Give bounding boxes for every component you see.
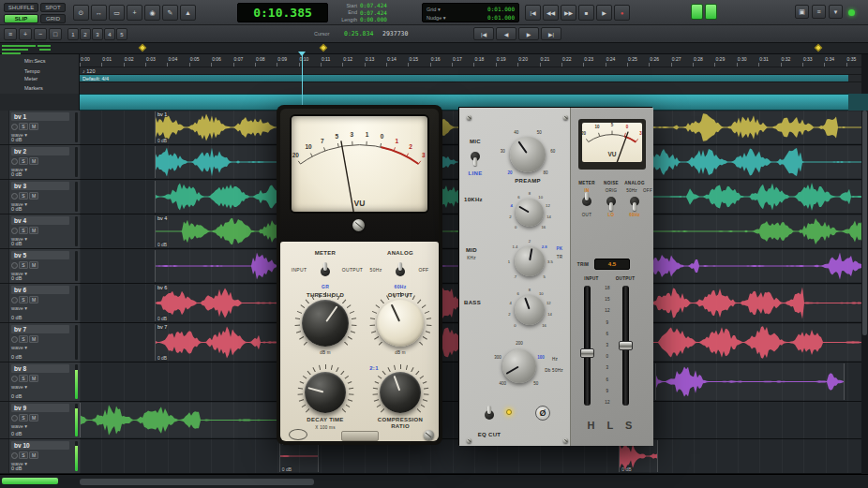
return-to-zero-button[interactable]: |◀ [525, 5, 541, 21]
meter-in-out-toggle[interactable] [580, 192, 593, 211]
lf-cut-knob[interactable] [502, 349, 536, 383]
markers-ruler[interactable] [80, 82, 868, 94]
vertical-scrollbar[interactable] [861, 54, 868, 474]
marker-diamond[interactable] [139, 44, 146, 52]
track-grip[interactable] [0, 180, 9, 214]
mute-button[interactable]: M [29, 157, 38, 165]
track-view-selector[interactable]: wave ▾ [11, 345, 27, 350]
solo-button[interactable]: S [19, 123, 28, 130]
mute-button[interactable]: M [29, 261, 38, 269]
record-arm-button[interactable] [11, 158, 18, 165]
track-volume[interactable]: 0 dB [11, 241, 22, 246]
audio-clip[interactable] [655, 363, 845, 400]
track-name[interactable]: bv 2 [11, 147, 69, 155]
decay-time-knob[interactable] [305, 372, 346, 413]
grabber-tool[interactable]: + [127, 5, 142, 21]
track-name[interactable]: bv 10 [11, 441, 69, 450]
record-arm-button[interactable] [11, 297, 18, 303]
analog-hum-toggle[interactable] [394, 262, 407, 281]
mute-button[interactable]: M [29, 192, 38, 200]
preamp-knob[interactable] [510, 137, 546, 172]
fader-cap[interactable] [580, 348, 594, 358]
track-grip[interactable] [0, 249, 9, 283]
track-grip[interactable] [0, 439, 9, 473]
output-knob[interactable] [377, 300, 424, 347]
track-grip[interactable] [0, 284, 9, 322]
track-grip[interactable] [0, 145, 9, 179]
mute-button[interactable]: M [29, 123, 38, 130]
solo-button[interactable]: S [19, 296, 28, 303]
grid-value[interactable]: 0:01.000 [487, 6, 515, 12]
record-arm-button[interactable] [11, 262, 18, 269]
universe-strip[interactable] [0, 43, 868, 54]
rulers[interactable]: 0:000:010:020:030:040:050:060:070:080:09… [80, 54, 868, 94]
record-arm-button[interactable] [11, 415, 18, 421]
mute-button[interactable]: M [29, 227, 38, 234]
hf-boost-knob[interactable] [516, 199, 544, 227]
track-grip[interactable] [0, 362, 9, 401]
zoom-preset-4[interactable]: 4 [104, 28, 115, 40]
track-volume[interactable]: 0 dB [11, 393, 22, 399]
window-layout-button[interactable]: ▣ [795, 5, 809, 19]
solo-button[interactable]: S [19, 192, 28, 200]
selector-tool[interactable]: ▭ [109, 5, 125, 21]
mute-button[interactable]: M [29, 414, 38, 421]
record-arm-button[interactable] [11, 336, 18, 343]
mode-slip[interactable]: SLIP [4, 14, 38, 23]
track-grip[interactable] [0, 323, 9, 362]
solo-button[interactable]: S [19, 335, 28, 343]
record-button[interactable]: ● [614, 5, 630, 21]
track-volume[interactable]: 0 dB [11, 315, 22, 320]
zoom-in-button[interactable]: + [19, 28, 32, 40]
track-grip[interactable] [0, 402, 9, 438]
marker-diamond[interactable] [815, 44, 822, 52]
trim-value[interactable]: 4.5 [594, 259, 630, 270]
options-dropdown[interactable]: ▾ [829, 5, 843, 19]
horizontal-scrollbar[interactable] [80, 479, 314, 485]
zoom-out-button[interactable]: − [34, 28, 47, 40]
mute-button[interactable]: M [29, 451, 38, 459]
prev-region-button[interactable]: ◀ [496, 27, 516, 40]
scrub-tool[interactable]: ◉ [144, 5, 160, 21]
analog-hum-toggle-hls[interactable] [628, 192, 641, 211]
minsec-ruler[interactable]: 0:000:010:020:030:040:050:060:070:080:09… [80, 54, 868, 67]
track-volume[interactable]: 0 dB [11, 137, 22, 142]
waveform-zoom-button[interactable]: □ [49, 28, 62, 40]
zoom-preset-3[interactable]: 3 [92, 28, 103, 40]
ruler-name-meter[interactable]: Meter [0, 75, 80, 82]
menu-button[interactable]: ≡ [812, 5, 826, 19]
audio-clip[interactable]: bv 100 dB [279, 440, 319, 472]
mute-button[interactable]: M [29, 375, 38, 382]
record-arm-button[interactable] [11, 452, 18, 459]
insertion-follows-playback-button[interactable] [691, 4, 703, 20]
playhead-cursor[interactable] [302, 52, 303, 111]
solo-button[interactable]: S [19, 375, 28, 382]
zoom-preset-1[interactable]: 1 [67, 28, 79, 40]
rewind-button[interactable]: ◀◀ [543, 5, 559, 21]
phase-button[interactable]: Ø [535, 406, 550, 421]
track-name[interactable]: bv 7 [11, 325, 69, 333]
track-name[interactable]: bv 9 [11, 404, 69, 412]
ruler-name-markers[interactable]: Markers [0, 82, 80, 94]
zoom-preset-2[interactable]: 2 [80, 28, 91, 40]
track-grip[interactable] [0, 111, 9, 144]
track-volume[interactable]: 0 dB [11, 275, 22, 281]
selection-field-value[interactable]: 0:00.000 [360, 16, 387, 22]
play-button[interactable]: ▶ [596, 5, 612, 21]
nudge-label[interactable]: Nudge ▾ [427, 15, 446, 21]
selection-field-value[interactable]: 0:07.424 [360, 9, 387, 16]
compression-ratio-knob[interactable] [380, 372, 421, 413]
zoom-toggle[interactable]: ≡ [4, 28, 17, 40]
plugin-window-hls-channel[interactable]: MICLINE203040506080PREAMP10KHz0246810121… [458, 107, 652, 445]
ruler-name-tempo[interactable]: Tempo [0, 67, 80, 75]
track-name[interactable]: bv 4 [11, 216, 69, 225]
track-name[interactable]: bv 3 [11, 182, 69, 190]
track-volume[interactable]: 0 dB [11, 466, 22, 471]
plugin-window-compressor[interactable]: 201075310123VUMETERANALOGINPUTOUTPUT50Hz… [277, 105, 442, 445]
track-volume[interactable]: 0 dB [11, 171, 22, 177]
next-region-button[interactable]: ▶ [518, 27, 539, 40]
mode-shuffle[interactable]: SHUFFLE [4, 3, 38, 12]
track-view-selector[interactable]: wave ▾ [11, 423, 27, 429]
bass-knob[interactable] [515, 295, 545, 325]
solo-button[interactable]: S [19, 451, 28, 459]
